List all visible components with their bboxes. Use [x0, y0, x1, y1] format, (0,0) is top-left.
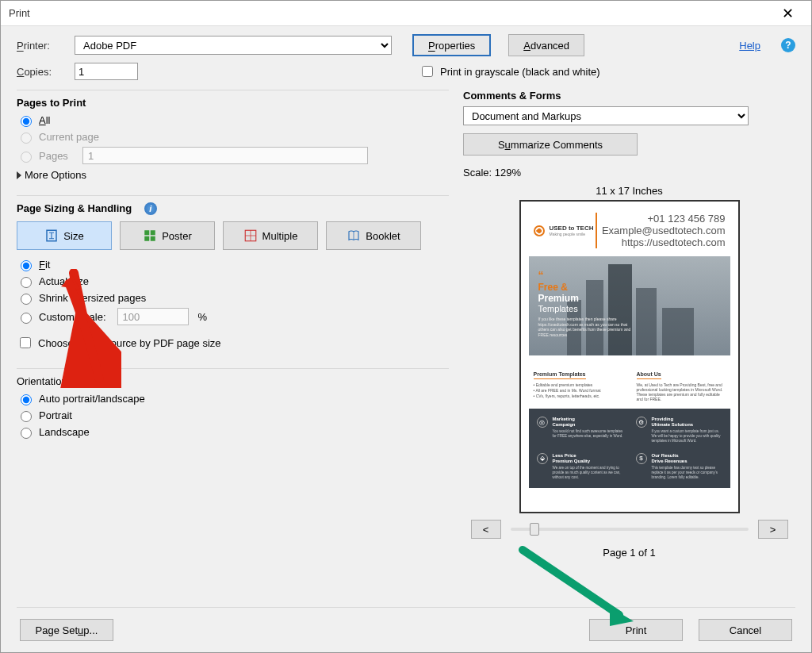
page-setup-button[interactable]: Page Setup...: [20, 619, 113, 641]
help-icon[interactable]: ?: [781, 38, 795, 52]
copies-label: Copies:: [17, 66, 68, 78]
page-indicator: Page 1 of 1: [603, 547, 656, 559]
radio-all-label: All: [39, 114, 50, 126]
summarize-button[interactable]: Summarize Comments: [463, 133, 638, 156]
radio-fit-label: Fit: [39, 259, 50, 271]
prev-page-button[interactable]: <: [471, 520, 501, 539]
booklet-button[interactable]: Booklet: [326, 221, 421, 250]
contact-block: +01 123 456 789 Example@usedtotech.com h…: [596, 213, 726, 248]
titlebar: Print ✕: [1, 1, 811, 26]
svg-rect-4: [151, 236, 155, 241]
print-preview: USED to TECH Making people smile +01 123…: [519, 200, 740, 513]
svg-rect-3: [144, 236, 149, 241]
printer-label: Printer:: [17, 40, 68, 52]
sizing-title: Page Sizing & Handling i: [17, 202, 449, 215]
print-button[interactable]: Print: [589, 619, 683, 641]
printer-select[interactable]: Adobe PDF: [75, 36, 392, 55]
radio-portrait[interactable]: [21, 411, 32, 422]
radio-current-label: Current page: [39, 131, 99, 143]
radio-landscape[interactable]: [21, 428, 32, 439]
percent-label: %: [198, 311, 208, 323]
radio-actual[interactable]: [21, 277, 32, 288]
zoom-slider[interactable]: [511, 528, 749, 531]
radio-portrait-label: Portrait: [39, 409, 72, 421]
poster-button[interactable]: Poster: [120, 221, 215, 250]
orientation-title: Orientation:: [17, 375, 449, 387]
radio-pages-label: Pages: [39, 150, 68, 162]
copies-input[interactable]: [75, 63, 138, 80]
cancel-button[interactable]: Cancel: [699, 619, 792, 641]
logo-icon: [534, 225, 545, 236]
help-link[interactable]: Help: [739, 40, 760, 52]
svg-rect-2: [151, 230, 155, 235]
paper-source-checkbox[interactable]: [20, 337, 31, 348]
info-icon[interactable]: i: [144, 202, 157, 215]
dollar-icon: $: [636, 453, 647, 464]
size-icon: [44, 229, 59, 243]
chevron-right-icon: [17, 171, 21, 179]
radio-auto-label: Auto portrait/landscape: [39, 393, 145, 405]
multiple-button[interactable]: Multiple: [223, 221, 318, 250]
gear-icon: ⚙: [636, 417, 647, 428]
print-dialog: Print ✕ Printer: Adobe PDF Properties Ad…: [0, 0, 812, 653]
next-page-button[interactable]: >: [758, 520, 788, 539]
multiple-icon: [243, 229, 258, 243]
radio-fit[interactable]: [21, 260, 32, 271]
radio-auto-orient[interactable]: [21, 394, 32, 405]
pages-to-print-title: Pages to Print: [17, 97, 449, 109]
custom-scale-input: [117, 308, 189, 325]
properties-button[interactable]: Properties: [412, 34, 491, 56]
radio-all[interactable]: [21, 116, 32, 127]
comments-title: Comments & Forms: [463, 90, 795, 102]
grayscale-label: Print in grayscale (black and white): [440, 66, 600, 78]
radio-shrink-label: Shrink oversized pages: [39, 292, 146, 304]
tag-icon: ⬙: [537, 453, 548, 464]
grayscale-checkbox[interactable]: [422, 66, 433, 77]
scale-label: Scale: 129%: [463, 167, 795, 179]
booklet-icon: [347, 229, 361, 243]
comments-select[interactable]: Document and Markups: [463, 106, 749, 125]
dimensions-label: 11 x 17 Inches: [596, 185, 663, 197]
radio-current: [21, 133, 32, 144]
size-button[interactable]: Size: [17, 221, 112, 250]
advanced-button[interactable]: Advanced: [508, 34, 584, 56]
poster-icon: [143, 229, 157, 243]
svg-rect-1: [144, 230, 149, 235]
radio-custom-label: Custom Scale:: [39, 311, 106, 323]
window-title: Print: [9, 7, 772, 19]
radio-shrink[interactable]: [21, 294, 32, 305]
radio-actual-label: Actual size: [39, 275, 89, 287]
radio-landscape-label: Landscape: [39, 426, 90, 438]
radio-pages: [21, 152, 32, 163]
more-options[interactable]: More Options: [17, 169, 449, 181]
radio-custom[interactable]: [21, 313, 32, 324]
close-icon[interactable]: ✕: [772, 5, 803, 22]
target-icon: ◎: [537, 417, 548, 428]
paper-source-label: Choose paper source by PDF page size: [38, 337, 221, 349]
pages-input: [82, 147, 368, 164]
